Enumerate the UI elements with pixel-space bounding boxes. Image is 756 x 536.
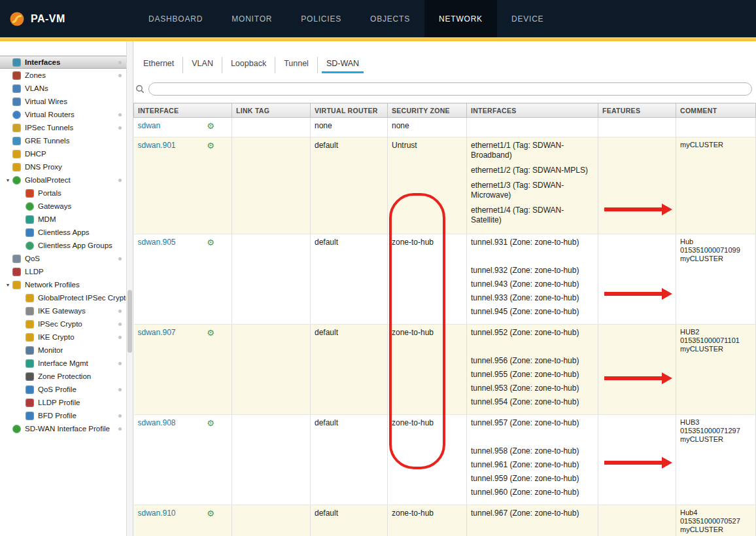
top-nav-device[interactable]: DEVICE: [497, 0, 558, 37]
tab-vlan[interactable]: VLAN: [182, 57, 222, 73]
sidebar-item-globalprotect[interactable]: ▾GlobalProtect: [0, 173, 126, 187]
table-row-sdwan[interactable]: sdwan⚙nonenone: [134, 118, 756, 137]
gear-icon[interactable]: ⚙: [207, 419, 215, 427]
interface-entry: tunnel.953 (Zone: zone-to-hub): [471, 384, 594, 393]
top-nav-objects[interactable]: OBJECTS: [356, 0, 424, 37]
tab-sd-wan[interactable]: SD-WAN: [317, 57, 368, 73]
table-row-sdwan-905[interactable]: sdwan.905⚙defaultzone-to-hubtunnel.931 (…: [134, 234, 756, 325]
interface-cell-content: sdwan.905⚙: [138, 238, 228, 247]
interface-link[interactable]: sdwan.905: [138, 238, 176, 247]
chevron-down-icon[interactable]: ▾: [3, 177, 12, 183]
table-row-sdwan-907[interactable]: sdwan.907⚙defaultzone-to-hubtunnel.952 (…: [134, 325, 756, 415]
sidebar-item-ike-crypto[interactable]: IKE Crypto: [0, 331, 126, 344]
column-header-interface[interactable]: INTERFACE: [134, 103, 232, 118]
top-nav-policies[interactable]: POLICIES: [286, 0, 356, 37]
top-nav-monitor[interactable]: MONITOR: [217, 0, 286, 37]
column-header-interfaces[interactable]: INTERFACES: [467, 103, 598, 118]
interface-cell-content: sdwan.910⚙: [138, 509, 228, 518]
sidebar-item-label: QoS Profile: [38, 385, 77, 393]
sidebar-item-virtual-wires[interactable]: Virtual Wires: [0, 95, 126, 108]
chevron-down-icon[interactable]: ▾: [3, 282, 12, 288]
tab-loopback[interactable]: Loopback: [222, 57, 275, 73]
tab-ethernet[interactable]: Ethernet: [135, 57, 182, 73]
interface-link[interactable]: sdwan.910: [138, 509, 176, 518]
sidebar-item-label: SD-WAN Interface Profile: [25, 425, 110, 433]
sidebar-item-lldp[interactable]: LLDP: [0, 265, 126, 278]
cell-virtual-router: default: [311, 325, 388, 415]
sidebar-item-ipsec-crypto[interactable]: IPSec Crypto: [0, 317, 126, 331]
cell-security-zone: zone-to-hub: [388, 234, 467, 325]
sidebar-item-gateways[interactable]: Gateways: [0, 200, 126, 213]
sidebar-item-qos[interactable]: QoS: [0, 252, 126, 265]
gear-icon[interactable]: ⚙: [207, 329, 215, 337]
interface-link[interactable]: sdwan.901: [138, 141, 176, 150]
table-row-sdwan-901[interactable]: sdwan.901⚙defaultUntrustethernet1/1 (Tag…: [134, 137, 756, 234]
sidebar-item-mdm[interactable]: MDM: [0, 213, 126, 226]
sidebar-item-vlans[interactable]: VLANs: [0, 82, 126, 95]
top-nav-dashboard[interactable]: DASHBOARD: [134, 0, 217, 37]
mdm-icon: [26, 215, 34, 224]
table-row-sdwan-908[interactable]: sdwan.908⚙defaultzone-to-hubtunnel.957 (…: [134, 415, 756, 505]
sidebar-item-network-profiles[interactable]: ▾Network Profiles: [0, 278, 126, 291]
sidebar-item-sd-wan-interface-profile[interactable]: SD-WAN Interface Profile: [0, 422, 126, 435]
sidebar-item-bfd-profile[interactable]: BFD Profile: [0, 409, 126, 422]
gear-icon[interactable]: ⚙: [207, 141, 215, 150]
tab-tunnel[interactable]: Tunnel: [275, 57, 317, 73]
gateways-icon: [26, 202, 34, 211]
cell-interface: sdwan.908⚙: [134, 415, 232, 505]
brand-name: PA-VM: [31, 13, 65, 25]
virtual-routers-icon: [12, 111, 21, 119]
item-dot: [118, 336, 122, 339]
interface-entry: tunnel.961 (Zone: zone-to-hub): [471, 460, 594, 470]
sidebar-item-clientless-apps[interactable]: Clientless Apps: [0, 226, 126, 239]
cell-comment: Hub4015351000070527myCLUSTER: [676, 505, 756, 536]
sidebar-item-globalprotect-ipsec-crypto[interactable]: GlobalProtect IPSec Crypto: [0, 291, 126, 304]
filter-input[interactable]: [148, 82, 752, 96]
interface-link[interactable]: sdwan.907: [138, 328, 176, 337]
sidebar-item-interface-mgmt[interactable]: Interface Mgmt: [0, 357, 126, 370]
cell-link-tag: [232, 325, 311, 415]
interface-link[interactable]: sdwan: [138, 121, 161, 130]
cell-interface: sdwan.907⚙: [134, 325, 232, 415]
gear-icon[interactable]: ⚙: [207, 509, 215, 518]
sidebar-item-qos-profile[interactable]: QoS Profile: [0, 383, 126, 396]
cell-virtual-router: none: [311, 118, 388, 137]
sidebar-item-zones[interactable]: Zones: [0, 69, 126, 82]
cell-link-tag: [232, 118, 311, 137]
sidebar-item-clientless-app-groups[interactable]: Clientless App Groups: [0, 239, 126, 252]
search-icon: [135, 84, 145, 94]
sidebar-item-ike-gateways[interactable]: IKE Gateways: [0, 304, 126, 317]
sidebar-item-portals[interactable]: Portals: [0, 187, 126, 200]
comment-line: myCLUSTER: [680, 141, 751, 149]
cell-interfaces: tunnel.952 (Zone: zone-to-hub)tunnel.956…: [467, 325, 598, 415]
cell-features: [598, 505, 676, 536]
column-header-security-zone[interactable]: SECURITY ZONE: [388, 103, 467, 118]
sidebar-item-zone-protection[interactable]: Zone Protection: [0, 370, 126, 383]
top-nav-network[interactable]: NETWORK: [424, 0, 497, 37]
sidebar-item-dhcp[interactable]: DHCP: [0, 147, 126, 160]
sidebar-item-lldp-profile[interactable]: LLDP Profile: [0, 396, 126, 409]
gear-icon[interactable]: ⚙: [207, 122, 215, 130]
filter-bar: [135, 82, 752, 96]
sidebar-item-ipsec-tunnels[interactable]: IPSec Tunnels: [0, 121, 126, 134]
column-header-features[interactable]: FEATURES: [598, 103, 676, 118]
column-header-link-tag[interactable]: LINK TAG: [232, 103, 311, 118]
column-header-virtual-router[interactable]: VIRTUAL ROUTER: [311, 103, 388, 118]
portals-icon: [26, 189, 34, 198]
sidebar-item-gre-tunnels[interactable]: GRE Tunnels: [0, 134, 126, 147]
column-header-comment[interactable]: COMMENT: [676, 103, 756, 118]
item-dot: [118, 427, 122, 431]
sidebar-scrollbar[interactable]: [126, 41, 133, 536]
sidebar-item-interfaces[interactable]: Interfaces: [0, 56, 126, 69]
sidebar-item-dns-proxy[interactable]: DNS Proxy: [0, 160, 126, 173]
table-body: sdwan⚙nonenonesdwan.901⚙defaultUntrustet…: [134, 118, 756, 536]
sidebar-scrollbar-thumb[interactable]: [128, 290, 132, 353]
gear-icon[interactable]: ⚙: [207, 238, 215, 247]
interface-link[interactable]: sdwan.908: [138, 418, 176, 427]
sidebar-item-label: IKE Gateways: [38, 307, 86, 315]
interface-entry: ethernet1/1 (Tag: SDWAN-Broadband): [471, 141, 594, 160]
table-row-sdwan-910[interactable]: sdwan.910⚙defaultzone-to-hubtunnel.967 (…: [134, 505, 756, 536]
sidebar-item-virtual-routers[interactable]: Virtual Routers: [0, 108, 126, 121]
network-profiles-icon: [12, 281, 21, 289]
sidebar-item-monitor[interactable]: Monitor: [0, 344, 126, 357]
